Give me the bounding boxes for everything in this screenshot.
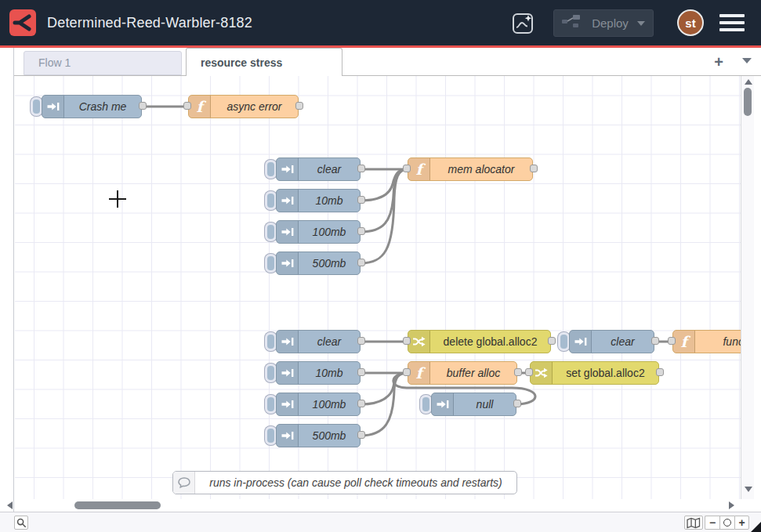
tab-resource-stress[interactable]: resource stress — [186, 48, 342, 76]
change-icon — [408, 331, 430, 353]
resize-grip[interactable] — [751, 522, 761, 532]
node-function-1[interactable]: ffunction — [672, 330, 741, 353]
node-label: 10mb — [299, 194, 360, 207]
tab-flow-1[interactable]: Flow 1 — [24, 51, 182, 75]
node-mem-alocator[interactable]: fmem alocator — [408, 157, 533, 181]
node-clear-1[interactable]: clear — [265, 157, 361, 181]
zoom-reset-button[interactable] — [719, 516, 734, 530]
node-label: 10mb — [299, 367, 360, 379]
scroll-right-icon[interactable] — [729, 501, 734, 509]
output-port[interactable] — [513, 400, 521, 407]
output-port[interactable] — [357, 337, 365, 345]
inject-trigger-button[interactable] — [558, 332, 570, 351]
scroll-down-icon[interactable] — [745, 487, 752, 492]
scroll-left-icon[interactable] — [7, 501, 13, 509]
output-port[interactable] — [357, 400, 365, 407]
inject-icon — [432, 393, 454, 415]
flow-canvas[interactable]: Crash mefasync errorclear10mb100mb500mbf… — [15, 76, 741, 499]
node-label: async error — [211, 100, 298, 113]
flow-tab-bar: Flow 1 resource stress + — [0, 48, 761, 76]
inject-trigger-button[interactable] — [420, 395, 432, 414]
inject-trigger-button[interactable] — [265, 254, 277, 273]
add-flow-button[interactable]: + — [709, 52, 728, 71]
deploy-dropdown-icon[interactable] — [637, 21, 645, 26]
node-label: null — [454, 398, 516, 411]
output-port[interactable] — [548, 337, 556, 345]
wires-layer — [15, 76, 741, 499]
inject-icon — [277, 362, 299, 384]
inject-trigger-button[interactable] — [265, 364, 277, 382]
inject-trigger-button[interactable] — [265, 426, 277, 445]
node-label: clear — [592, 335, 654, 348]
node-100mb-2[interactable]: 100mb — [265, 393, 361, 416]
horizontal-scrollbar[interactable] — [0, 499, 741, 512]
wire-10mb-1-to-mem-alocator[interactable] — [361, 169, 408, 201]
node-async-error[interactable]: fasync error — [188, 95, 299, 118]
node-set-global-alloc2[interactable]: set global.alloc2 — [530, 361, 659, 385]
inject-icon — [277, 393, 299, 415]
output-port[interactable] — [357, 259, 365, 266]
output-port[interactable] — [357, 227, 365, 235]
wire-500mb-1-to-mem-alocator[interactable] — [361, 169, 408, 263]
scroll-up-icon[interactable] — [745, 79, 752, 85]
output-port[interactable] — [139, 102, 147, 110]
header: Determined-Reed-Warbler-8182 Deploy st — [0, 0, 761, 45]
zoom-out-button[interactable]: − — [705, 516, 719, 530]
input-port[interactable] — [403, 165, 411, 172]
output-port[interactable] — [651, 337, 659, 345]
user-avatar[interactable]: st — [677, 9, 704, 36]
node-label: Crash me — [64, 100, 141, 113]
flowfuse-logo-icon — [9, 9, 36, 36]
node-comment[interactable]: runs in-process (can cause poll check ti… — [172, 471, 517, 494]
output-port[interactable] — [295, 102, 303, 110]
node-10mb-2[interactable]: 10mb — [265, 361, 361, 385]
horizontal-scroll-thumb[interactable] — [74, 501, 161, 509]
node-null-inject[interactable]: null — [420, 393, 516, 416]
inject-icon — [277, 221, 299, 243]
node-delete-global-alloc2[interactable]: delete global.alloc2 — [408, 330, 551, 353]
output-port[interactable] — [357, 196, 365, 204]
node-100mb-1[interactable]: 100mb — [265, 220, 361, 244]
node-clear-2[interactable]: clear — [265, 330, 361, 353]
node-red-editor: Determined-Reed-Warbler-8182 Deploy st — [0, 0, 761, 532]
node-10mb-1[interactable]: 10mb — [265, 189, 361, 212]
output-port[interactable] — [357, 165, 365, 172]
function-icon: f — [408, 362, 430, 384]
output-port[interactable] — [357, 368, 365, 376]
vertical-scrollbar[interactable] — [741, 76, 754, 499]
output-port[interactable] — [357, 431, 365, 439]
vertical-scroll-thumb[interactable] — [744, 88, 752, 116]
input-port[interactable] — [403, 368, 411, 376]
inject-icon — [277, 331, 299, 353]
inject-trigger-button[interactable] — [31, 97, 42, 116]
inject-trigger-button[interactable] — [265, 160, 277, 179]
navigator-map-icon[interactable] — [684, 516, 703, 530]
ai-assistant-icon[interactable] — [508, 9, 539, 38]
inject-trigger-button[interactable] — [265, 223, 277, 241]
inject-icon — [42, 96, 64, 118]
node-label: 100mb — [299, 398, 360, 411]
output-port[interactable] — [530, 165, 538, 172]
output-port[interactable] — [514, 368, 522, 376]
node-crash-me[interactable]: Crash me — [31, 95, 142, 118]
main-menu-icon[interactable] — [719, 14, 745, 31]
inject-icon — [570, 331, 592, 353]
output-port[interactable] — [656, 368, 664, 376]
node-500mb-1[interactable]: 500mb — [265, 252, 361, 275]
input-port[interactable] — [183, 102, 191, 110]
search-icon[interactable] — [14, 516, 28, 530]
input-port[interactable] — [668, 337, 676, 345]
node-buffer-alloc[interactable]: fbuffer alloc — [408, 361, 517, 385]
flow-list-dropdown-icon[interactable] — [742, 58, 752, 63]
node-500mb-2[interactable]: 500mb — [265, 424, 361, 447]
wire-100mb-2-to-buffer-alloc[interactable] — [361, 373, 408, 404]
node-clear-3[interactable]: clear — [558, 330, 654, 353]
inject-trigger-button[interactable] — [265, 191, 277, 210]
inject-trigger-button[interactable] — [265, 332, 277, 351]
input-port[interactable] — [525, 368, 533, 376]
node-label: buffer alloc — [430, 367, 516, 379]
inject-trigger-button[interactable] — [265, 395, 277, 414]
input-port[interactable] — [403, 337, 411, 345]
deploy-button[interactable]: Deploy — [553, 9, 654, 37]
zoom-in-button[interactable]: + — [734, 516, 749, 530]
